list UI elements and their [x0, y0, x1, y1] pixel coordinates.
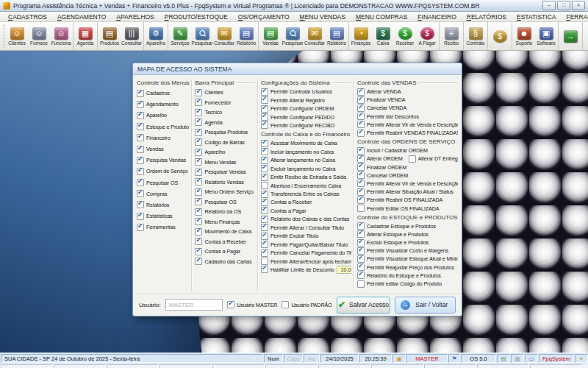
toolbar-button-recibo[interactable]: ≡Recibo — [440, 27, 462, 46]
checkbox-item[interactable]: Emitir Recibo de Entrada e Saida — [261, 173, 351, 181]
toolbar-button-aparelho[interactable]: ⚙Aparelho — [145, 27, 167, 46]
checkbox[interactable] — [261, 105, 268, 113]
checkbox-item[interactable]: Permitir Alterar/Excluir após fechamento — [261, 257, 351, 265]
menu-agendamento[interactable]: AGENDAMENTO — [52, 13, 111, 21]
checkbox-item[interactable]: Abertura / Encerramento Caixa — [261, 181, 351, 189]
checkbox[interactable] — [195, 178, 202, 185]
checkbox-item[interactable]: Menu Vendas — [195, 158, 254, 168]
checkbox-item[interactable]: Pesquisa Produtos — [195, 127, 254, 138]
menu-aparelhos[interactable]: APARELHOS — [111, 13, 159, 21]
checkbox[interactable] — [357, 88, 365, 96]
checkbox[interactable] — [357, 163, 365, 171]
checkbox[interactable] — [261, 216, 268, 223]
checkbox-item[interactable]: Relatório do Estoque e Produtos — [357, 272, 458, 280]
checkbox-item[interactable]: Agenda — [195, 118, 254, 128]
checkbox-item[interactable]: Ordem de Serviço — [137, 166, 189, 177]
checkbox[interactable] — [195, 158, 202, 166]
checkbox[interactable] — [261, 224, 268, 231]
checkbox[interactable] — [357, 130, 365, 137]
close-button[interactable]: × — [572, 1, 585, 10]
toolbar-button-vendas[interactable]: ▤Vendas — [259, 27, 282, 46]
checkbox[interactable] — [409, 155, 416, 163]
checkbox-item[interactable]: Permitir Pagar/Quitar/Baixar Titulo — [261, 240, 351, 248]
checkbox[interactable] — [261, 165, 268, 172]
checkbox-item[interactable]: Pesquisar OS — [137, 177, 189, 188]
checkbox[interactable] — [357, 272, 365, 279]
toolbar-button-exit-door-icon[interactable]: → — [559, 30, 581, 43]
checkbox-item[interactable]: Alterar ORDEMAlterar DT Entrega — [357, 155, 458, 163]
checkbox-item[interactable]: Contas a Pagar — [261, 207, 351, 215]
toolbar-button-a-pagar[interactable]: $A Pagar — [416, 27, 438, 46]
checkbox[interactable] — [195, 218, 202, 225]
checkbox-item[interactable]: Clientes — [195, 88, 254, 98]
checkbox-item[interactable]: Estatísticas — [137, 210, 189, 222]
checkbox[interactable] — [137, 168, 144, 175]
checkbox-item[interactable]: Permitir Alterar / Consultar Titulo — [261, 224, 351, 232]
checkbox[interactable] — [261, 258, 268, 265]
toolbar-button-receber[interactable]: $Receber — [394, 27, 416, 46]
checkbox-item[interactable]: Excluir Estoque e Produtos — [357, 238, 458, 247]
checkbox-item[interactable]: Financeiro — [137, 132, 189, 144]
toolbar-button-consultar[interactable]: ✉Consultar — [304, 27, 326, 46]
checkbox[interactable] — [195, 99, 202, 106]
checkbox[interactable] — [195, 208, 202, 216]
checkbox[interactable] — [195, 248, 202, 255]
checkbox-item[interactable]: Agendamento — [137, 99, 189, 110]
exit-button[interactable]: → Sair / Voltar — [395, 297, 456, 314]
toolbar-button-consultar[interactable]: ✉Consultar — [213, 27, 235, 46]
checkbox[interactable] — [137, 179, 144, 186]
checkbox-item[interactable]: Finalizar VENDA — [357, 96, 458, 104]
checkbox[interactable] — [261, 199, 268, 206]
checkbox-item[interactable]: Pesquisa Vendas — [137, 155, 189, 166]
checkbox-item[interactable]: Permitir Visualizar Custo e Margens — [357, 247, 458, 255]
checkbox-item[interactable]: Finalizar ORDEM — [357, 163, 458, 171]
checkbox-item[interactable]: Permitir Reabrir VENDAS FINALIZADAS — [357, 129, 458, 137]
checkbox-item[interactable]: Permitir Cancelar Pagamento do Titulo — [261, 249, 351, 257]
checkbox[interactable] — [137, 101, 144, 108]
checkbox[interactable] — [357, 188, 365, 196]
checkbox-item[interactable]: Cancelar ORDEM — [357, 171, 458, 180]
checkbox-item[interactable]: Menu Finanças — [195, 217, 254, 227]
checkbox[interactable] — [137, 224, 144, 231]
checkbox-item[interactable]: Alterar VENDA — [357, 88, 458, 96]
checkbox[interactable] — [195, 188, 202, 196]
checkbox[interactable] — [261, 174, 268, 181]
checkbox-item[interactable]: Menu Ordem Serviço — [195, 187, 254, 197]
toolbar-button-agenda[interactable]: ▦Agenda — [74, 27, 96, 46]
checkbox[interactable] — [357, 113, 365, 120]
checkbox[interactable] — [261, 96, 268, 104]
checkbox-item[interactable]: Permitir Configurar RECIBO — [261, 121, 351, 130]
checkbox[interactable] — [261, 157, 268, 164]
checkbox-item[interactable]: Cadastro das Cartas — [195, 257, 254, 267]
toolbar-button-fornece[interactable]: ☺Fornece — [28, 27, 50, 46]
toolbar-button-contrato[interactable]: §Contrato — [465, 27, 487, 46]
checkbox[interactable] — [137, 123, 144, 130]
checkbox[interactable] — [357, 180, 365, 187]
menu-ferramentas[interactable]: FERRAMENTAS — [561, 13, 588, 21]
checkbox-item[interactable]: Permitir Alterar Vlr de Venda e Descriçã… — [357, 180, 458, 188]
checkbox-item[interactable]: Permitir Reajustar Preço dos Produtos — [357, 263, 458, 272]
checkbox[interactable] — [195, 149, 202, 156]
checkbox-item[interactable]: Aparelho — [137, 110, 189, 121]
checkbox[interactable] — [137, 90, 144, 97]
checkbox[interactable] — [261, 182, 268, 189]
checkbox-item[interactable]: Incluir lançamento no Caixa — [261, 148, 351, 156]
checkbox-item[interactable]: Contas a Receber — [195, 237, 254, 247]
toolbar-button-relato-rio[interactable]: ▤Relatório — [326, 27, 348, 46]
checkbox-item[interactable]: Cancelar VENDA — [357, 104, 458, 112]
checkbox[interactable] — [261, 148, 268, 155]
checkbox[interactable] — [357, 230, 365, 238]
checkbox[interactable] — [357, 205, 365, 212]
checkbox[interactable] — [261, 233, 268, 240]
checkbox-item[interactable]: Habilitar Limite de Desconto10,00% — [261, 266, 351, 274]
checkbox[interactable] — [137, 213, 144, 220]
checkbox[interactable] — [261, 241, 268, 248]
toolbar-button-relato-rio[interactable]: ▤Relatório — [235, 27, 257, 46]
checkbox-item[interactable]: Relatório Vendas — [195, 177, 254, 188]
checkbox-item[interactable]: Cadastrar Estoque e Produtos — [357, 222, 458, 230]
checkbox-item[interactable]: Permitir Reabrir OS FINALIZADA — [357, 196, 458, 204]
restore-button[interactable]: □ — [557, 1, 570, 10]
checkbox[interactable] — [261, 88, 268, 96]
checkbox[interactable] — [137, 157, 144, 164]
checkbox-item[interactable]: Permitir Alterar Vlr de Venda e Descriçã… — [357, 121, 458, 129]
